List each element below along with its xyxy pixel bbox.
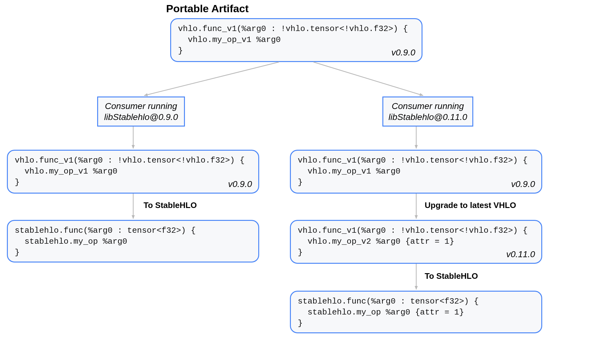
artifact-code-box: vhlo.func_v1(%arg0 : !vhlo.tensor<!vhlo.…	[170, 18, 422, 62]
right-step1-code-box: vhlo.func_v1(%arg0 : !vhlo.tensor<!vhlo.…	[290, 150, 542, 194]
left-step1-code: vhlo.func_v1(%arg0 : !vhlo.tensor<!vhlo.…	[15, 155, 251, 188]
right-step2-code: vhlo.func_v1(%arg0 : !vhlo.tensor<!vhlo.…	[298, 225, 534, 258]
right-edge-label-2: To StableHLO	[425, 271, 478, 281]
right-step3-code-box: stablehlo.func(%arg0 : tensor<f32>) { st…	[290, 291, 542, 333]
right-edge-label-1: Upgrade to latest VHLO	[425, 200, 516, 210]
consumer-box-left: Consumer running libStablehlo@0.9.0	[97, 96, 185, 127]
right-step3-code: stablehlo.func(%arg0 : tensor<f32>) { st…	[298, 296, 534, 329]
right-step1-version: v0.9.0	[511, 178, 535, 190]
left-step1-version: v0.9.0	[228, 178, 252, 190]
consumer-label-left: Consumer running libStablehlo@0.9.0	[104, 101, 178, 122]
artifact-version: v0.9.0	[391, 47, 415, 59]
diagram-title: Portable Artifact	[166, 3, 249, 15]
artifact-code: vhlo.func_v1(%arg0 : !vhlo.tensor<!vhlo.…	[178, 23, 415, 56]
left-step1-code-box: vhlo.func_v1(%arg0 : !vhlo.tensor<!vhlo.…	[7, 150, 259, 194]
left-step2-code-box: stablehlo.func(%arg0 : tensor<f32>) { st…	[7, 220, 259, 263]
consumer-box-right: Consumer running libStablehlo@0.11.0	[382, 96, 473, 127]
arrow-artifact-to-left	[144, 62, 279, 96]
left-edge-label-1: To StableHLO	[144, 200, 197, 210]
right-step2-code-box: vhlo.func_v1(%arg0 : !vhlo.tensor<!vhlo.…	[290, 220, 542, 264]
right-step1-code: vhlo.func_v1(%arg0 : !vhlo.tensor<!vhlo.…	[298, 155, 534, 188]
arrow-artifact-to-right	[313, 62, 423, 96]
right-step2-version: v0.11.0	[506, 248, 535, 260]
consumer-label-right: Consumer running libStablehlo@0.11.0	[388, 101, 467, 122]
left-step2-code: stablehlo.func(%arg0 : tensor<f32>) { st…	[15, 225, 251, 258]
